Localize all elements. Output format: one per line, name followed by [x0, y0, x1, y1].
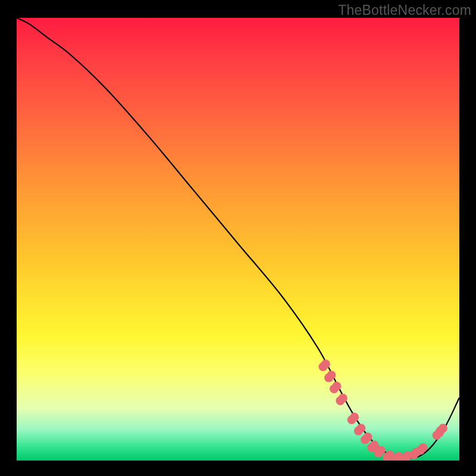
attribution-text: TheBottleNecker.com [338, 2, 471, 18]
data-marker [436, 424, 447, 435]
data-marker [330, 382, 341, 393]
chart-frame: TheBottleNecker.com [0, 0, 476, 476]
data-marker [347, 413, 359, 424]
bottleneck-curve [17, 18, 459, 461]
svg-point-27 [418, 443, 427, 452]
svg-point-31 [439, 424, 447, 433]
data-marker [336, 394, 347, 405]
svg-point-3 [327, 371, 336, 380]
curve-path [17, 18, 459, 458]
svg-point-5 [332, 382, 341, 391]
svg-point-9 [350, 413, 359, 422]
data-marker [318, 359, 330, 371]
svg-point-7 [339, 394, 347, 403]
svg-point-1 [321, 359, 330, 368]
plot-area [17, 18, 459, 461]
data-marker [416, 443, 427, 455]
svg-point-13 [363, 433, 372, 441]
data-marker [354, 424, 365, 435]
svg-point-11 [356, 424, 365, 433]
data-marker [361, 433, 372, 444]
data-markers [318, 359, 447, 461]
svg-point-17 [377, 446, 386, 455]
data-marker [324, 371, 336, 382]
